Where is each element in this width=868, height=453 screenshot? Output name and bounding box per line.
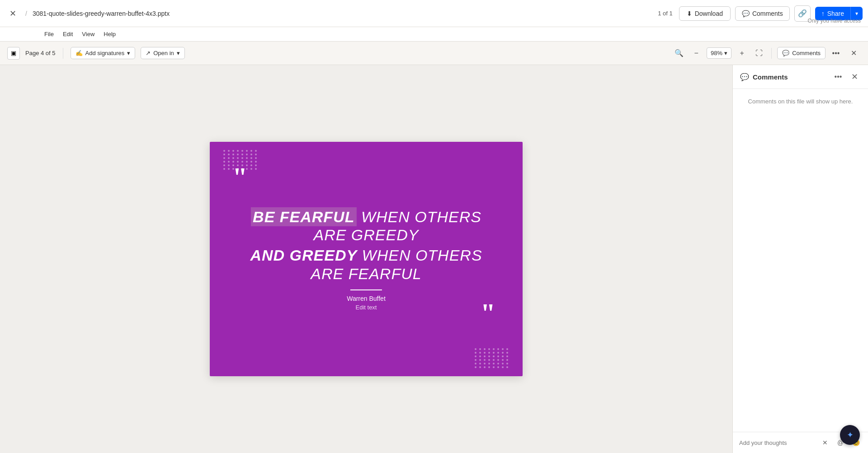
page-count-label: 1 of 1 <box>658 10 673 17</box>
page-info-label: Page 4 of 5 <box>25 50 56 56</box>
menu-edit[interactable]: Edit <box>58 27 77 42</box>
comments-panel-label: Comments <box>792 50 821 56</box>
close-icon: ✕ <box>9 9 16 19</box>
fullscreen-button[interactable]: ⛶ <box>752 47 766 60</box>
comments-label: Comments <box>752 10 783 17</box>
comments-placeholder-text: Comments on this file will show up here. <box>748 98 853 105</box>
chevron-down-icon: ▾ <box>127 50 130 56</box>
comments-panel-title: Comments <box>753 73 828 81</box>
zoom-percent: 98% <box>711 50 722 56</box>
slide-viewer: " BE FEARFUL WHEN OTHERS ARE GREEDY AND … <box>0 65 732 453</box>
thumbnail-icon: ▣ <box>11 50 16 56</box>
comments-close-button[interactable]: ✕ <box>848 70 861 83</box>
comments-panel-icon: 💬 <box>782 50 789 56</box>
footer-close-icon: ✕ <box>822 439 828 446</box>
toolbar-right: 🔍 − 98% ▾ + ⛶ 💬 Comments ••• ✕ <box>672 46 861 61</box>
dots-bottom-right <box>475 348 509 368</box>
topbar: ✕ / 3081-quote-slides-greedy-warren-buff… <box>0 0 868 27</box>
ai-icon: ✦ <box>847 430 854 440</box>
download-label: Download <box>695 10 723 17</box>
download-button[interactable]: ⬇ Download <box>679 6 731 21</box>
close-button[interactable]: ✕ <box>5 6 20 21</box>
zoom-out-button[interactable]: − <box>689 47 703 60</box>
zoom-in-icon: + <box>740 49 744 57</box>
chevron-down-icon-2: ▾ <box>177 50 180 56</box>
edit-text-label: Edit text <box>233 304 499 311</box>
toolbar-separator <box>63 48 63 59</box>
search-icon: 🔍 <box>675 49 684 57</box>
comments-panel-icon-header: 💬 <box>740 73 749 81</box>
comments-icon: 💬 <box>742 10 750 17</box>
comments-body: Comments on this file will show up here. <box>733 89 868 432</box>
zoom-caret: ▾ <box>724 50 727 56</box>
zoom-value-selector[interactable]: 98% ▾ <box>707 47 731 59</box>
menu-view[interactable]: View <box>77 27 99 42</box>
thumbnail-toggle-button[interactable]: ▣ <box>7 47 20 60</box>
slide: " BE FEARFUL WHEN OTHERS ARE GREEDY AND … <box>210 142 523 376</box>
open-in-button[interactable]: ↗ Open in ▾ <box>141 47 185 59</box>
download-icon: ⬇ <box>687 10 692 17</box>
comments-button[interactable]: 💬 Comments <box>735 6 790 21</box>
open-in-label: Open in <box>153 50 174 56</box>
comments-more-button[interactable]: ••• <box>832 70 844 83</box>
main-area: " BE FEARFUL WHEN OTHERS ARE GREEDY AND … <box>0 65 868 453</box>
panel-close-button[interactable]: ✕ <box>846 46 861 61</box>
open-quote-mark: " <box>232 163 247 191</box>
quote-and-greedy: AND GREEDY <box>250 247 357 264</box>
highlight: BE FEARFUL <box>251 207 356 226</box>
filename-label: 3081-quote-slides-greedy-warren-buffet-4… <box>33 10 170 17</box>
quote-divider <box>350 290 382 290</box>
breadcrumb-separator: / <box>25 10 27 17</box>
more-icon: ••• <box>832 49 840 57</box>
comments-panel-button[interactable]: 💬 Comments <box>777 47 826 59</box>
menu-help[interactable]: Help <box>99 27 120 42</box>
quote-author: Warren Buffet <box>233 295 499 302</box>
toolbar: ▣ Page 4 of 5 ✍ Add signatures ▾ ↗ Open … <box>0 42 868 65</box>
link-icon: 🔗 <box>798 9 807 18</box>
chevron-down-icon: ▾ <box>855 10 858 17</box>
more-options-icon: ••• <box>835 73 842 81</box>
toolbar-sep-2 <box>771 48 772 59</box>
menu-bar: File Edit View Help <box>0 27 868 42</box>
search-button[interactable]: 🔍 <box>672 47 686 60</box>
add-signatures-button[interactable]: ✍ Add signatures ▾ <box>71 47 136 59</box>
close-icon-2: ✕ <box>851 49 857 57</box>
pen-icon: ✍ <box>75 50 83 56</box>
fullscreen-icon: ⛶ <box>755 49 763 57</box>
external-icon: ↗ <box>146 50 151 56</box>
quote-line1: BE FEARFUL WHEN OTHERS ARE GREEDY <box>233 207 499 244</box>
slide-quote-content: BE FEARFUL WHEN OTHERS ARE GREEDY AND GR… <box>233 207 499 310</box>
add-thoughts-input[interactable] <box>739 439 816 446</box>
comments-close-icon: ✕ <box>851 72 858 82</box>
comments-panel: 💬 Comments ••• ✕ Comments on this file w… <box>732 65 868 453</box>
quote-line2: AND GREEDY WHEN OTHERS ARE FEARFUL <box>233 246 499 283</box>
zoom-out-icon: − <box>694 49 698 57</box>
close-quote-mark: " <box>481 299 495 327</box>
access-text: Only you have access <box>808 18 861 24</box>
zoom-in-button[interactable]: + <box>735 47 749 60</box>
comments-panel-header: 💬 Comments ••• ✕ <box>733 65 868 89</box>
footer-close-button[interactable]: ✕ <box>819 437 831 448</box>
quote-be-fearful: BE FEARFUL <box>251 207 356 226</box>
add-signatures-label: Add signatures <box>85 50 125 56</box>
ai-assistant-button[interactable]: ✦ <box>840 425 860 445</box>
menu-file[interactable]: File <box>40 27 58 42</box>
share-icon: ↑ <box>821 10 825 17</box>
share-label: Share <box>827 10 844 17</box>
more-options-button[interactable]: ••• <box>829 47 843 60</box>
